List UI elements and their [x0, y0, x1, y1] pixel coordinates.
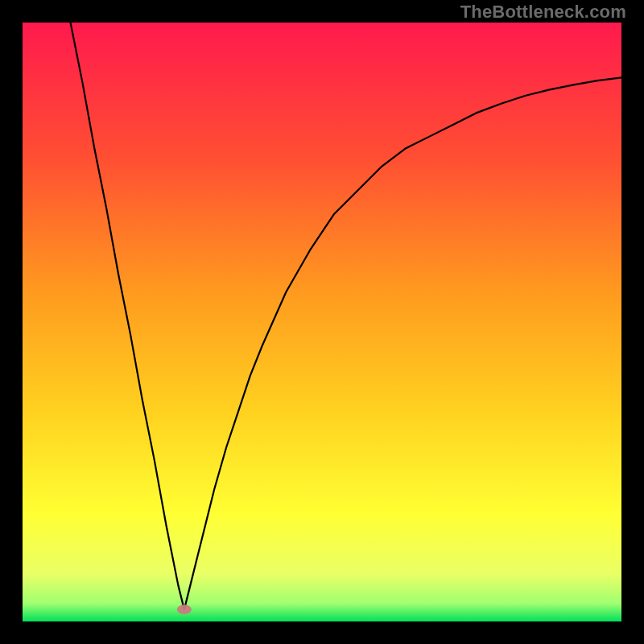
plot-area	[23, 23, 621, 621]
watermark-text: TheBottleneck.com	[460, 2, 626, 23]
minimum-marker	[177, 605, 192, 614]
gradient-background	[23, 23, 621, 621]
chart-frame: TheBottleneck.com	[0, 0, 644, 644]
chart-svg	[23, 23, 621, 621]
